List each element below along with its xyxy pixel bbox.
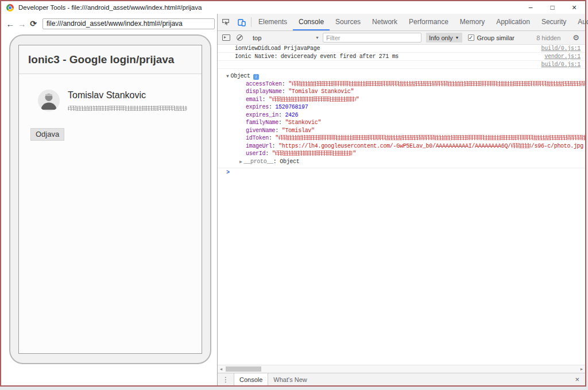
drawer-tab-what-s-new[interactable]: What's New — [268, 373, 312, 385]
object-property-givenname: givenName: "Tomislav" — [226, 127, 585, 135]
object-property-imageurl: imageUrl: "https://lh4.googleusercontent… — [226, 142, 585, 150]
reload-icon[interactable]: ⟳ — [28, 19, 39, 28]
chevron-down-icon: ▼ — [455, 36, 459, 40]
device-frame: Ionic3 - Google login/prijava — [9, 34, 211, 364]
property-name: expires_in — [246, 112, 278, 118]
log-level-select[interactable]: Info only ▼ — [426, 33, 462, 43]
console-toolbar: top ▼ Info only ▼ ✓ Group similar 8 hidd… — [218, 31, 585, 45]
tab-performance[interactable]: Performance — [403, 14, 454, 30]
property-name: userId — [246, 150, 265, 157]
source-link[interactable]: vendor.js:1 — [544, 53, 581, 60]
title-bar: Developer Tools - file:///android_asset/… — [1, 1, 585, 14]
object-property-idtoken: idToken: " — [226, 134, 585, 142]
drawer-tabs: ConsoleWhat's New — [234, 373, 312, 385]
drawer-tab-console[interactable]: Console — [234, 373, 268, 385]
scrollbar-thumb[interactable] — [226, 366, 261, 372]
execution-context-select[interactable]: top ▼ — [249, 34, 323, 41]
message-text: Ionic Native: deviceready event fired af… — [235, 53, 544, 60]
hidden-messages-count[interactable]: 8 hidden — [536, 34, 565, 41]
horizontal-scrollbar[interactable]: ◄ ► — [218, 365, 585, 373]
source-link[interactable]: build/0.js:1 — [541, 45, 581, 52]
redacted-value — [292, 81, 585, 86]
object-header[interactable]: ▼Objecti — [226, 72, 585, 80]
property-value: " — [353, 150, 356, 157]
back-icon[interactable]: ← — [5, 19, 16, 29]
object-property-email: email: "" — [226, 96, 585, 104]
group-similar-option[interactable]: ✓ Group similar — [468, 34, 514, 41]
property-value: " — [269, 96, 272, 103]
devtools-drawer: ⋮ ConsoleWhat's New × — [218, 373, 585, 385]
tab-memory[interactable]: Memory — [454, 14, 490, 30]
drawer-close-icon[interactable]: × — [569, 373, 585, 385]
context-label: top — [253, 34, 261, 41]
avatar — [38, 90, 60, 111]
user-name: Tomislav Stankovic — [68, 90, 146, 100]
property-name: accessToken — [246, 81, 282, 87]
minimize-button[interactable]: – — [520, 2, 541, 13]
settings-gear-icon[interactable]: ⚙ — [568, 33, 582, 42]
logged-object: ▼Objecti accessToken: "displayName: "Tom… — [218, 69, 585, 167]
devtools-tabbar: ElementsConsoleSourcesNetworkPerformance… — [218, 14, 585, 31]
devtools-pane: ElementsConsoleSourcesNetworkPerformance… — [218, 14, 585, 385]
property-value: 2426 — [285, 112, 298, 118]
tab-security[interactable]: Security — [536, 14, 572, 30]
tab-elements[interactable]: Elements — [253, 14, 293, 30]
object-property-expires-in: expires_in: 2426 — [226, 111, 585, 119]
forward-icon[interactable]: → — [16, 19, 28, 29]
tab-console[interactable]: Console — [293, 14, 330, 30]
property-value: /s96-c/photo.jpg — [531, 143, 583, 149]
tab-sources[interactable]: Sources — [330, 14, 366, 30]
info-icon: i — [253, 74, 259, 80]
drawer-menu-icon[interactable]: ⋮ — [218, 373, 234, 385]
object-property-familyname: familyName: "Stankovic" — [226, 119, 585, 127]
redacted-value — [272, 96, 356, 102]
object-property-expires: expires: 1520768197 — [226, 103, 585, 111]
property-name: idToken — [246, 135, 269, 141]
property-value: "Stankovic" — [285, 119, 321, 126]
prompt-chevron-icon: > — [226, 169, 230, 176]
tab-application[interactable]: Application — [490, 14, 536, 30]
console-prompt-row[interactable]: > — [218, 168, 585, 177]
filter-input[interactable] — [323, 33, 421, 43]
checkbox-checked-icon[interactable]: ✓ — [468, 34, 474, 41]
console-message-row: Ionic Native: deviceready event fired af… — [218, 53, 585, 61]
redacted-email — [68, 106, 187, 111]
chevron-down-icon: ▼ — [315, 36, 319, 40]
address-bar-input[interactable] — [42, 18, 215, 29]
inspect-element-icon[interactable] — [218, 14, 234, 30]
clear-console-icon[interactable] — [237, 34, 243, 41]
browser-viewport: Ionic3 - Google login/prijava — [1, 33, 217, 385]
browser-navbar: ← → ⟳ — [1, 14, 217, 33]
console-sidebar-icon[interactable] — [222, 34, 230, 41]
property-value: "https://lh4.googleusercontent.com/-GwP5… — [278, 143, 511, 149]
logout-button[interactable]: Odjava — [30, 128, 64, 141]
device-screen: Ionic3 - Google login/prijava — [18, 45, 202, 354]
close-button[interactable]: × — [563, 2, 585, 13]
property-value: " — [356, 96, 359, 103]
group-similar-label: Group similar — [477, 34, 514, 41]
browser-pane: ← → ⟳ Ionic3 - Google login/prijava — [1, 14, 218, 385]
object-property-displayname: displayName: "Tomislav Stankovic" — [226, 88, 585, 96]
redacted-value — [511, 143, 531, 148]
console-output: ionViewDidLoad PrijavaPagebuild/0.js:1Io… — [218, 45, 585, 365]
scroll-right-icon[interactable]: ► — [578, 365, 585, 373]
property-name: displayName — [246, 88, 282, 95]
source-link[interactable]: build/0.js:1 — [541, 61, 581, 68]
tab-network[interactable]: Network — [366, 14, 403, 30]
console-messages: ionViewDidLoad PrijavaPagebuild/0.js:1Io… — [218, 45, 585, 69]
property-value: "Tomislav Stankovic" — [288, 88, 354, 95]
maximize-button[interactable]: □ — [541, 2, 563, 13]
property-name: imageUrl — [246, 143, 272, 149]
tab-audits[interactable]: Audits — [572, 14, 588, 30]
divider — [251, 17, 252, 27]
scroll-left-icon[interactable]: ◄ — [218, 365, 225, 373]
property-value: 1520768197 — [275, 104, 308, 110]
device-toolbar-icon[interactable] — [234, 14, 250, 30]
expand-arrow-icon[interactable]: ▼ — [226, 74, 229, 79]
console-message-row: ionViewDidLoad PrijavaPagebuild/0.js:1 — [218, 45, 585, 53]
chrome-logo-icon — [6, 4, 14, 11]
app-header: Ionic3 - Google login/prijava — [19, 45, 202, 74]
redacted-value — [275, 150, 353, 156]
expand-arrow-icon[interactable]: ▶ — [239, 159, 242, 164]
object-property-userid: userId: "" — [226, 150, 585, 158]
